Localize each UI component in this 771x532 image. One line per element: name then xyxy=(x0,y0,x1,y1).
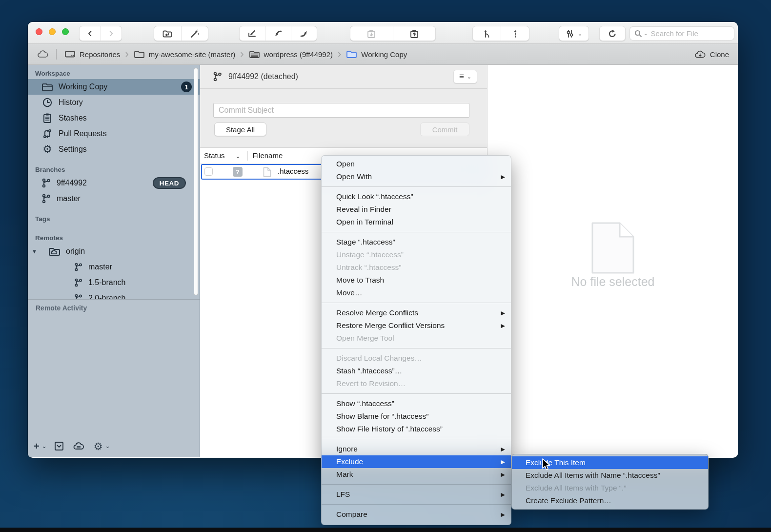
submenu-item-create-exclude-pattern[interactable]: Create Exclude Pattern… xyxy=(512,494,708,507)
breadcrumb-item-working-copy[interactable]: Working Copy xyxy=(346,50,407,59)
branch-icon xyxy=(41,193,51,204)
drive-icon xyxy=(64,50,76,59)
apply-stash-button[interactable] xyxy=(393,26,436,41)
menu-item-stage[interactable]: Stage “.htaccess” xyxy=(322,236,511,248)
stage-all-button[interactable]: Stage All xyxy=(214,123,266,136)
push-button[interactable] xyxy=(291,26,317,41)
add-button[interactable]: + xyxy=(34,441,40,451)
sidebar-scroll-area: Workspace Working Copy 1 xyxy=(28,65,200,299)
stage-checkbox[interactable] xyxy=(204,167,213,176)
sidebar-item-remote-1-5-branch[interactable]: 1.5-branch xyxy=(28,275,200,290)
inbox-button[interactable] xyxy=(54,441,64,451)
zoom-window-button[interactable] xyxy=(62,28,69,35)
commit-button[interactable]: Commit xyxy=(420,123,469,136)
stash-button[interactable] xyxy=(350,26,393,41)
forward-button[interactable]: › xyxy=(101,26,122,41)
commit-subject-input[interactable] xyxy=(213,103,469,118)
menu-item-unstage: Unstage “.htaccess” xyxy=(322,248,511,261)
sidebar-scrollbar[interactable] xyxy=(194,68,198,295)
no-file-document-icon xyxy=(591,222,634,274)
menu-item-quick-look[interactable]: Quick Look “.htaccess” xyxy=(322,190,511,203)
menu-item-stash[interactable]: Stash “.htaccess”… xyxy=(322,365,511,377)
menu-item-open-in-terminal[interactable]: Open in Terminal xyxy=(322,216,511,228)
menu-item-move[interactable]: Move… xyxy=(322,286,511,299)
branch-icon xyxy=(74,262,83,272)
cherry-pick-button[interactable] xyxy=(501,26,529,41)
filter-button[interactable]: ⌄ xyxy=(559,26,588,41)
history-nav-group: ‹ › xyxy=(79,26,122,41)
menu-item-move-to-trash[interactable]: Move to Trash xyxy=(322,274,511,286)
sidebar-item-working-copy[interactable]: Working Copy 1 xyxy=(28,79,200,95)
view-options-button[interactable]: ≡ ⌄ xyxy=(453,70,477,83)
menu-item-open-with[interactable]: Open With▶ xyxy=(322,170,511,183)
sidebar-item-label: origin xyxy=(66,247,85,256)
sidebar-item-remote-2-0-branch[interactable]: 2.0-branch xyxy=(28,290,200,299)
fetch-icon xyxy=(247,29,257,38)
menu-item-restore-merge-conflict-versions[interactable]: Restore Merge Conflict Versions▶ xyxy=(322,319,511,332)
menu-item-ignore[interactable]: Ignore▶ xyxy=(322,443,511,455)
pull-button[interactable] xyxy=(265,26,291,41)
status-column-header[interactable]: Status xyxy=(204,151,225,160)
back-button[interactable]: ‹ xyxy=(80,26,101,41)
breadcrumb-item-submodule[interactable]: wordpress (9ff44992) xyxy=(249,50,333,59)
mouse-cursor xyxy=(540,458,552,471)
menu-item-show-blame[interactable]: Show Blame for “.htaccess” xyxy=(322,410,511,423)
close-window-button[interactable] xyxy=(36,28,42,35)
sidebar-item-branch-master[interactable]: master xyxy=(28,191,200,206)
menu-item-reveal-in-finder[interactable]: Reveal in Finder xyxy=(322,203,511,216)
sidebar-item-settings[interactable]: ⚙ Settings xyxy=(28,142,200,157)
breadcrumb-bar: Repositories › my-awesome-site (master) … xyxy=(28,44,738,65)
filter-sliders-icon xyxy=(565,29,575,39)
add-chevron-icon[interactable]: ⌄ xyxy=(42,443,47,450)
search-input[interactable] xyxy=(650,29,730,38)
submenu-arrow-icon: ▶ xyxy=(501,488,505,501)
menu-item-label: Exclude This Item xyxy=(526,456,586,469)
context-menu: Open Open With▶ Quick Look “.htaccess” R… xyxy=(321,155,511,525)
menu-item-mark[interactable]: Mark▶ xyxy=(322,468,511,481)
stash-apply-icon xyxy=(409,29,420,39)
fetch-button[interactable] xyxy=(240,26,265,41)
menu-item-compare[interactable]: Compare▶ xyxy=(322,508,511,521)
menu-item-resolve-merge-conflicts[interactable]: Resolve Merge Conflicts▶ xyxy=(322,307,511,319)
refresh-button[interactable] xyxy=(600,26,625,41)
sidebar-item-remote-master[interactable]: master xyxy=(28,259,200,275)
sidebar-item-stashes[interactable]: Stashes xyxy=(28,110,200,126)
open-repo-button[interactable] xyxy=(154,26,181,41)
quick-actions-button[interactable] xyxy=(181,26,208,41)
menu-item-label: Stash “.htaccess”… xyxy=(336,365,402,377)
disclosure-triangle-icon[interactable]: ▼ xyxy=(32,248,37,254)
sidebar-item-remote-origin[interactable]: ▼ origin xyxy=(28,244,200,259)
menu-item-label: Exclude All Items with Type “.” xyxy=(526,482,626,494)
gear-menu-button[interactable]: ⚙ xyxy=(94,441,103,451)
menu-separator xyxy=(322,232,511,232)
computer-cloud-icon[interactable] xyxy=(37,50,49,59)
submenu-arrow-icon: ▶ xyxy=(501,443,505,455)
screen-bottom-strip xyxy=(0,528,771,532)
menu-item-label: Untrack “.htaccess” xyxy=(336,261,402,274)
menu-item-show[interactable]: Show “.htaccess” xyxy=(322,397,511,410)
menu-item-show-file-history[interactable]: Show File History of “.htaccess” xyxy=(322,423,511,435)
menu-item-exclude[interactable]: Exclude▶ xyxy=(322,455,511,468)
sidebar-item-label: 2.0-branch xyxy=(88,294,126,299)
sidebar-item-history[interactable]: History xyxy=(28,95,200,110)
breadcrumb-item-repo[interactable]: my-awesome-site (master) xyxy=(134,50,236,59)
filename-column-header[interactable]: Filename xyxy=(253,151,283,160)
file-search-field[interactable]: ⌄ xyxy=(629,26,734,41)
menu-item-label: Show Blame for “.htaccess” xyxy=(336,410,429,423)
filter-group: ⌄ xyxy=(559,26,589,41)
menu-item-lfs[interactable]: LFS▶ xyxy=(322,488,511,501)
breadcrumb-item-repositories[interactable]: Repositories xyxy=(64,50,120,59)
minimize-window-button[interactable] xyxy=(49,28,56,35)
sidebar-item-branch-9ff44992[interactable]: 9ff44992 HEAD xyxy=(28,175,200,191)
merge-button[interactable] xyxy=(473,26,501,41)
column-divider xyxy=(247,151,248,161)
sidebar-item-label: Settings xyxy=(59,145,87,154)
stash-group xyxy=(350,26,436,41)
clone-button[interactable]: Clone xyxy=(694,50,729,59)
gear-chevron-icon[interactable]: ⌄ xyxy=(105,443,110,450)
sidebar-item-pull-requests[interactable]: Pull Requests xyxy=(28,126,200,142)
status-sort-chevron-icon[interactable]: ⌄ xyxy=(236,153,241,160)
merge-icon xyxy=(482,29,492,39)
menu-item-open[interactable]: Open xyxy=(322,158,511,170)
cloud-sync-button[interactable] xyxy=(72,441,85,451)
